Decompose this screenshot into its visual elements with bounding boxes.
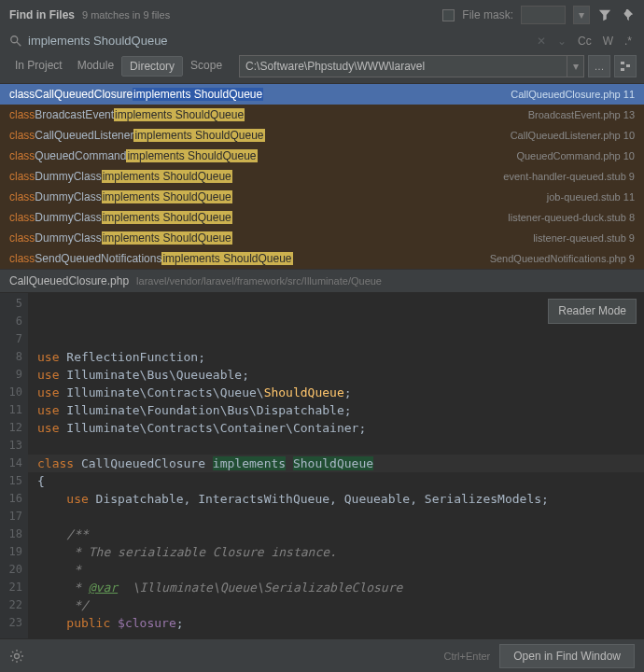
scope-tab-module[interactable]: Module — [70, 56, 121, 77]
svg-rect-3 — [621, 68, 624, 71]
svg-point-0 — [11, 35, 18, 42]
search-input[interactable] — [28, 34, 528, 48]
result-row[interactable]: class DummyClass implements ShouldQueuel… — [0, 228, 644, 248]
code-area: Reader Mode use ReflectionFunction; use … — [28, 293, 644, 640]
pin-icon[interactable] — [620, 7, 635, 22]
preview-header: CallQueuedClosure.php laravel/vendor/lar… — [0, 269, 644, 293]
history-icon[interactable]: ⌄ — [554, 35, 569, 48]
line-gutter: 567891011121314151617181920212223 — [0, 293, 28, 640]
file-mask-input[interactable] — [521, 6, 566, 24]
result-row[interactable]: class CallQueuedListener implements Shou… — [0, 125, 644, 146]
result-row[interactable]: class SendQueuedNotifications implements… — [0, 248, 644, 269]
svg-rect-4 — [626, 64, 630, 67]
file-mask-dropdown[interactable]: ▾ — [573, 6, 590, 24]
dialog-title: Find in Files — [9, 8, 75, 21]
search-icon — [9, 35, 22, 48]
scope-row: In ProjectModuleDirectoryScope C:\Softwa… — [0, 53, 644, 84]
scope-tab-scope[interactable]: Scope — [183, 56, 230, 77]
tree-button[interactable] — [614, 55, 637, 77]
file-mask-checkbox[interactable] — [442, 9, 455, 21]
browse-button[interactable]: … — [588, 55, 610, 77]
result-row[interactable]: class CallQueuedClosure implements Shoul… — [0, 84, 644, 105]
reader-mode-button[interactable]: Reader Mode — [548, 299, 637, 324]
preview-filename: CallQueuedClosure.php — [9, 274, 129, 287]
result-row[interactable]: class DummyClass implements ShouldQueuel… — [0, 207, 644, 228]
result-row[interactable]: class QueuedCommand implements ShouldQue… — [0, 146, 644, 166]
code-preview[interactable]: 567891011121314151617181920212223 Reader… — [0, 293, 644, 640]
result-row[interactable]: class DummyClass implements ShouldQueuej… — [0, 187, 644, 207]
svg-line-1 — [17, 41, 21, 45]
open-in-find-window-button[interactable]: Open in Find Window — [499, 644, 635, 668]
clear-icon[interactable]: ✕ — [534, 35, 549, 48]
words-toggle[interactable]: W — [600, 35, 616, 48]
shortcut-hint: Ctrl+Enter — [443, 651, 490, 662]
scope-tab-in-project[interactable]: In Project — [7, 56, 70, 77]
match-count: 9 matches in 9 files — [82, 9, 170, 21]
file-mask-label: File mask: — [462, 8, 513, 21]
scope-tab-directory[interactable]: Directory — [121, 56, 183, 77]
result-row[interactable]: class BroadcastEvent implements ShouldQu… — [0, 105, 644, 125]
svg-point-5 — [15, 653, 20, 658]
search-bar: ✕ ⌄ Cc W .* — [0, 30, 644, 53]
results-list: class CallQueuedClosure implements Shoul… — [0, 84, 644, 269]
dialog-header: Find in Files 9 matches in 9 files File … — [0, 0, 644, 30]
regex-toggle[interactable]: .* — [622, 35, 635, 48]
filter-icon[interactable] — [597, 7, 612, 22]
directory-path-text: C:\Software\Phpstudy\WWW\laravel — [245, 60, 425, 73]
dialog-footer: Ctrl+Enter Open in Find Window — [0, 638, 644, 672]
directory-path-input[interactable]: C:\Software\Phpstudy\WWW\laravel — [239, 55, 567, 77]
directory-path-dropdown[interactable]: ▾ — [567, 55, 584, 77]
match-case-toggle[interactable]: Cc — [575, 35, 595, 48]
result-row[interactable]: class DummyClass implements ShouldQueuee… — [0, 166, 644, 187]
svg-rect-2 — [621, 62, 624, 64]
preview-path: laravel/vendor/laravel/framework/src/Ill… — [136, 275, 382, 287]
gear-icon[interactable] — [9, 649, 24, 664]
